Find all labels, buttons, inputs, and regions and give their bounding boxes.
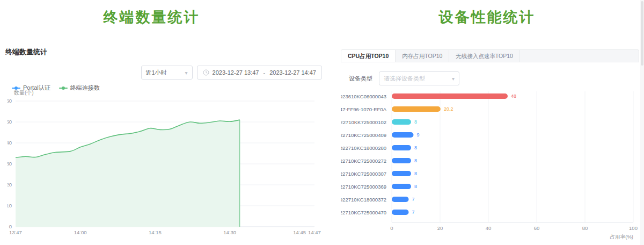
legend-marker	[12, 88, 20, 89]
legend-item[interactable]: 终端连接数	[59, 84, 100, 92]
svg-text:20: 20	[8, 182, 12, 188]
tab-memory-top10[interactable]: 内存占用TOP10	[396, 50, 449, 62]
svg-text:9: 9	[417, 132, 420, 138]
svg-text:WLD22710KC18000372: WLD22710KC18000372	[341, 197, 386, 203]
svg-text:8: 8	[414, 184, 417, 189]
svg-text:40: 40	[486, 225, 492, 231]
tab-bar: CPU占用TOP10内存占用TOP10无线接入点速率TOP10	[341, 49, 639, 62]
svg-text:14:30: 14:30	[223, 229, 236, 235]
svg-text:13:47: 13:47	[9, 229, 22, 235]
svg-text:占用率(%): 占用率(%)	[610, 234, 633, 240]
svg-text:20: 20	[437, 225, 443, 231]
svg-text:WLD22710KC725000369: WLD22710KC725000369	[341, 184, 386, 190]
svg-text:WLD23610KC06000043: WLD23610KC06000043	[341, 93, 386, 99]
svg-text:14:00: 14:00	[74, 229, 87, 235]
clock-icon	[203, 69, 209, 76]
svg-text:WLD22710KK725000102: WLD22710KK725000102	[341, 119, 386, 125]
svg-text:14:47: 14:47	[308, 229, 321, 235]
date-separator: -	[262, 69, 266, 76]
svg-text:WLD22710KC725000409: WLD22710KC725000409	[341, 132, 386, 138]
svg-text:8: 8	[414, 119, 417, 125]
svg-text:48: 48	[511, 93, 516, 99]
device-type-placeholder: 请选择设备类型	[384, 75, 425, 83]
svg-text:30: 30	[8, 161, 12, 167]
cpu-top10-bar-chart: 020406080100WLD23610KC06000043486047-FF9…	[341, 87, 640, 244]
svg-text:WLD22710KC725000272: WLD22710KC725000272	[341, 158, 386, 164]
svg-text:8: 8	[414, 145, 417, 150]
svg-text:60: 60	[8, 98, 12, 104]
scrollbar-thumb[interactable]	[641, 1, 643, 66]
svg-text:7: 7	[412, 197, 415, 202]
time-range-select[interactable]: 近1小时 ▾	[141, 66, 193, 80]
legend-label: 终端连接数	[70, 84, 100, 92]
chevron-down-icon: ▾	[185, 70, 188, 76]
svg-text:14:15: 14:15	[149, 229, 162, 235]
date-start: 2023-12-27 13:47	[213, 69, 259, 76]
svg-text:10: 10	[8, 203, 12, 208]
device-type-label: 设备类型	[349, 75, 372, 83]
page-scrollbar[interactable]	[640, 0, 644, 245]
svg-text:60: 60	[534, 225, 540, 231]
svg-text:WLD22710KC725000307: WLD22710KC725000307	[341, 171, 386, 177]
svg-text:8: 8	[414, 171, 417, 176]
svg-text:80: 80	[582, 225, 588, 231]
svg-text:100: 100	[629, 225, 638, 231]
svg-text:40: 40	[8, 140, 12, 146]
time-range-value: 近1小时	[146, 69, 167, 77]
date-end: 2023-12-27 14:47	[269, 69, 316, 76]
svg-text:0: 0	[390, 225, 393, 231]
terminal-count-area-chart: 010203040506013:4714:0014:1514:3014:4514…	[8, 95, 325, 237]
svg-text:7: 7	[412, 210, 415, 215]
svg-text:20.2: 20.2	[444, 106, 453, 112]
svg-text:50: 50	[8, 119, 12, 125]
tab-ap-rate-top10[interactable]: 无线接入点速率TOP10	[449, 50, 520, 62]
chevron-down-icon: ▾	[452, 76, 455, 82]
tab-cpu-top10[interactable]: CPU占用TOP10	[341, 50, 396, 62]
device-type-select[interactable]: 请选择设备类型 ▾	[379, 71, 459, 85]
svg-text:WLD22710KC725000470: WLD22710KC725000470	[341, 210, 386, 215]
terminal-count-panel: 终端数量统计 近1小时 ▾ 2023-12-27 13:47 - 2023-12…	[0, 0, 330, 245]
device-performance-panel: CPU占用TOP10内存占用TOP10无线接入点速率TOP10 设备类型 请选择…	[333, 0, 641, 245]
svg-text:14:45: 14:45	[293, 229, 306, 235]
svg-text:6047-FF96-1070-EF0A: 6047-FF96-1070-EF0A	[341, 106, 387, 112]
panel-title: 终端数量统计	[5, 47, 47, 57]
legend-marker	[59, 88, 68, 89]
svg-text:8: 8	[414, 158, 417, 163]
svg-text:0: 0	[9, 224, 12, 229]
chart-controls: 近1小时 ▾ 2023-12-27 13:47 - 2023-12-27 14:…	[141, 66, 322, 80]
svg-text:WLD22710KC18000280: WLD22710KC18000280	[341, 145, 386, 151]
date-range-picker[interactable]: 2023-12-27 13:47 - 2023-12-27 14:47	[197, 66, 322, 80]
